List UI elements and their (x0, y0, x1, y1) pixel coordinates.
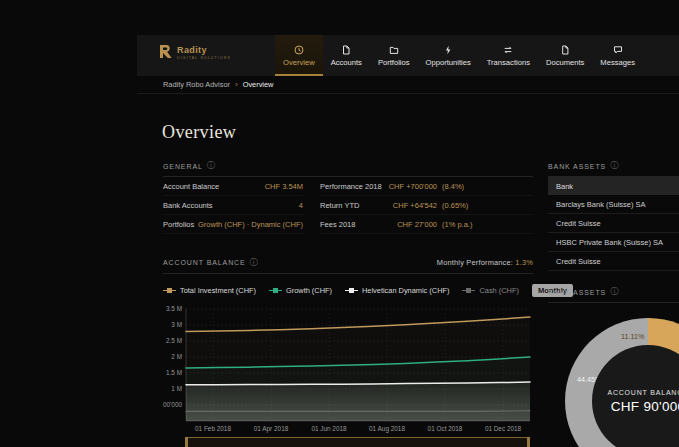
bank-assets-header: BANK ASSETS ⓘ (548, 162, 679, 177)
account-balance-header: ACCOUNT BALANCE ⓘ Monthly Performance: 1… (163, 258, 533, 274)
svg-text:500'000: 500'000 (163, 401, 182, 408)
row-percent: (0.65%) (437, 201, 533, 210)
nav-label: Messages (600, 58, 635, 67)
chart-range-brush[interactable] (185, 437, 530, 447)
legend-marker (269, 288, 282, 293)
nav-item-overview[interactable]: Overview (275, 35, 323, 76)
general-heading: GENERAL (163, 163, 203, 170)
nav-label: Portfolios (378, 58, 410, 67)
breadcrumb: Radity Robo Advisor › Overview (163, 80, 273, 89)
svg-text:1 M: 1 M (171, 385, 182, 392)
chart-legend: Total Investment (CHF) Growth (CHF) Helv… (163, 284, 533, 297)
account-balance-heading: ACCOUNT BALANCE (163, 259, 246, 266)
info-icon[interactable]: ⓘ (207, 162, 216, 170)
legend-helvetican-dynamic[interactable]: Helvetican Dynamic (CHF) (345, 286, 449, 295)
donut-center: ACCOUNT BALANCE CHF 90'000 (592, 345, 679, 447)
nav-item-portfolios[interactable]: Portfolios (370, 35, 418, 76)
bank-assets-chart-header: BANK ASSETS ⓘ (548, 288, 679, 303)
general-row-fees: Fees 2018 CHF 27'000 (1% p.a.) (320, 215, 533, 234)
row-value: Growth (CHF) · Dynamic (CHF) (198, 220, 303, 229)
clock-icon (294, 45, 304, 55)
general-row-bank-accounts: Bank Accounts 4 (163, 196, 303, 215)
bank-column-header[interactable]: Bank (548, 177, 679, 195)
document-icon (560, 45, 570, 55)
info-icon[interactable]: ⓘ (610, 162, 619, 170)
row-label: Bank Accounts (163, 201, 213, 210)
general-header: GENERAL ⓘ (163, 162, 533, 177)
breadcrumb-root[interactable]: Radity Robo Advisor (163, 80, 230, 89)
bank-assets-donut-chart[interactable]: 11.11% 22.22% 44.45% ACCOUNT BALANCE CHF… (565, 318, 679, 447)
bank-assets-table-section: BANK ASSETS ⓘ Bank Barclays Bank (Suisse… (548, 162, 679, 271)
legend-label: Helvetican Dynamic (CHF) (362, 286, 449, 295)
accounts-icon (341, 45, 351, 55)
nav-item-accounts[interactable]: Accounts (323, 35, 370, 76)
nav-label: Documents (546, 58, 584, 67)
donut-center-label: ACCOUNT BALANCE (607, 389, 679, 396)
svg-text:3 M: 3 M (171, 321, 182, 328)
nav-item-opportunities[interactable]: Opportunities (418, 35, 479, 76)
legend-marker (163, 288, 176, 293)
top-nav-bar: Radity DIGITAL SOLUTIONS Overview (137, 35, 679, 76)
radity-logo-icon (159, 44, 172, 62)
legend-cash[interactable]: Cash (CHF) (462, 286, 518, 295)
nav-label: Opportunities (426, 58, 471, 67)
svg-text:01 Apr 2018: 01 Apr 2018 (254, 425, 289, 433)
nav-label: Overview (283, 58, 315, 67)
chevron-right-icon: › (235, 80, 238, 89)
balance-line-chart[interactable]: 3.5 M3 M2.5 M2 M1.5 M1 M500'00001 Feb 20… (163, 300, 533, 447)
breadcrumb-bar: Radity Robo Advisor › Overview (137, 76, 679, 94)
brand-tagline: DIGITAL SOLUTIONS (177, 57, 231, 61)
general-row-performance: Performance 2018 CHF +700'000 (8.4%) (320, 177, 533, 196)
monthly-performance-value: 1.3% (515, 258, 533, 267)
legend-label: Total Investment (CHF) (180, 286, 256, 295)
nav-label: Accounts (331, 58, 362, 67)
svg-text:1.5 M: 1.5 M (166, 369, 182, 376)
general-row-portfolios: Portfolios Growth (CHF) · Dynamic (CHF) (163, 215, 303, 234)
bank-assets-chart-section: BANK ASSETS ⓘ 11.11% 22.22% 44.45% ACCOU… (548, 288, 679, 447)
svg-text:01 Feb 2018: 01 Feb 2018 (195, 425, 231, 432)
brush-handle-left[interactable] (185, 437, 188, 447)
row-value: 4 (299, 201, 303, 210)
donut-slice-label: 11.11% (621, 332, 644, 341)
info-icon[interactable]: ⓘ (610, 288, 619, 296)
general-row-account-balance: Account Balance CHF 3.54M (163, 177, 303, 196)
transfer-icon (503, 45, 513, 55)
donut-center-value: CHF 90'000 (611, 399, 679, 414)
general-section: GENERAL ⓘ Account Balance CHF 3.54M Bank… (163, 162, 533, 234)
spark-icon (443, 45, 453, 55)
svg-text:01 Dec 2018: 01 Dec 2018 (485, 425, 522, 432)
general-grid: Account Balance CHF 3.54M Bank Accounts … (163, 177, 533, 234)
row-label: Portfolios (163, 220, 194, 229)
nav-item-messages[interactable]: Messages (592, 35, 643, 76)
svg-text:01 Aug 2018: 01 Aug 2018 (369, 425, 405, 433)
svg-text:01 Jun 2018: 01 Jun 2018 (311, 425, 347, 432)
brush-handle-right[interactable] (527, 437, 530, 447)
info-icon[interactable]: ⓘ (250, 259, 259, 267)
bank-row-credit-suisse-1[interactable]: Credit Suisse (548, 214, 679, 233)
page-title: Overview (162, 122, 236, 143)
breadcrumb-current: Overview (243, 80, 274, 89)
legend-marker (345, 288, 358, 293)
monthly-performance-label: Monthly Performance: (437, 258, 513, 267)
row-value: CHF +700'000 (382, 182, 437, 191)
nav-label: Transactions (487, 58, 530, 67)
svg-text:2 M: 2 M (171, 353, 182, 360)
nav-item-documents[interactable]: Documents (538, 35, 592, 76)
legend-total-investment[interactable]: Total Investment (CHF) (163, 286, 256, 295)
nav-item-transactions[interactable]: Transactions (479, 35, 538, 76)
legend-growth[interactable]: Growth (CHF) (269, 286, 332, 295)
monthly-performance: Monthly Performance: 1.3% (437, 258, 533, 267)
legend-marker (462, 288, 475, 293)
bank-assets-heading: BANK ASSETS (548, 163, 606, 170)
bank-row-barclays[interactable]: Barclays Bank (Suisse) SA (548, 195, 679, 214)
row-label: Account Balance (163, 182, 219, 191)
bank-row-credit-suisse-2[interactable]: Credit Suisse (548, 252, 679, 271)
svg-text:2.5 M: 2.5 M (166, 337, 182, 344)
main-nav: Overview Accounts Portfolios (275, 35, 643, 76)
bank-row-hsbc[interactable]: HSBC Private Bank (Suisse) SA (548, 233, 679, 252)
row-value: CHF 27'000 (355, 220, 437, 229)
legend-label: Growth (CHF) (286, 286, 332, 295)
brand-logo[interactable]: Radity DIGITAL SOLUTIONS (159, 44, 231, 62)
row-label: Fees 2018 (320, 220, 355, 229)
svg-text:01 Oct 2018: 01 Oct 2018 (428, 425, 463, 432)
